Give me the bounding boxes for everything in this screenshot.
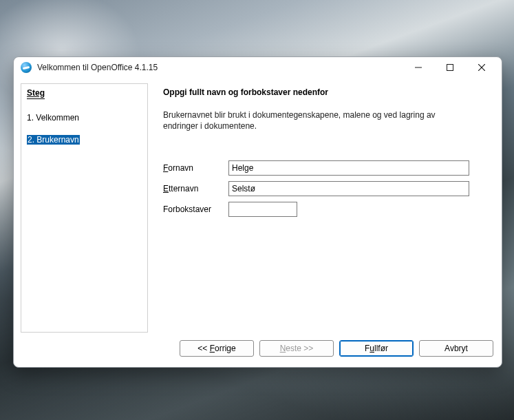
desktop-background: Velkommen til OpenOffice 4.1.15 Steg 1. … [0,0,514,420]
firstname-label: Fornavn [163,163,228,173]
page-heading: Oppgi fullt navn og forbokstaver nedenfo… [163,87,491,97]
close-button[interactable] [466,57,497,78]
back-button[interactable]: << Forrige [180,340,254,357]
initials-label: Forbokstaver [163,204,228,214]
maximize-button[interactable] [434,57,466,78]
steps-heading: Steg [27,88,45,99]
titlebar[interactable]: Velkommen til OpenOffice 4.1.15 [14,57,502,78]
svg-rect-1 [447,65,453,71]
step-username[interactable]: 2. Brukernavn [27,135,80,145]
openoffice-icon [21,62,32,73]
lastname-label: Etternavn [163,184,228,193]
initials-input[interactable] [228,202,297,217]
wizard-window: Velkommen til OpenOffice 4.1.15 Steg 1. … [13,56,502,368]
finish-button[interactable]: Fullfør [339,340,414,357]
main-panel: Oppgi fullt navn og forbokstaver nedenfo… [148,83,495,333]
firstname-input[interactable] [228,160,469,176]
steps-sidebar: Steg 1. Velkommen 2. Brukernavn [21,83,148,333]
minimize-button[interactable] [403,57,434,78]
wizard-footer: << Forrige Neste >> Fullfør Avbryt [14,333,502,367]
lastname-input[interactable] [228,181,469,196]
window-title: Velkommen til OpenOffice 4.1.15 [37,63,158,72]
step-welcome[interactable]: 1. Velkommen [27,113,142,123]
next-button[interactable]: Neste >> [259,340,334,357]
page-description: Brukernavnet blir brukt i dokumentegensk… [163,109,459,132]
cancel-button[interactable]: Avbryt [419,340,493,357]
